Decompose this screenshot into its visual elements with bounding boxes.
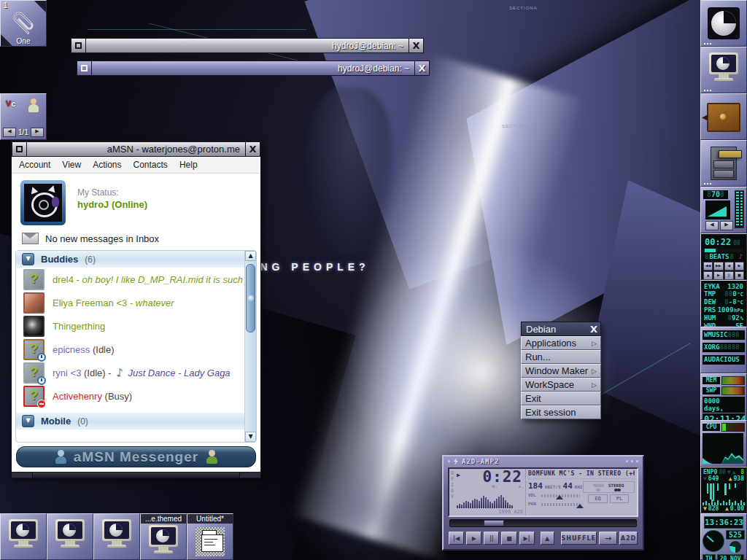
menu-account[interactable]: Account xyxy=(19,160,50,170)
menu-item-exit[interactable]: Exit xyxy=(521,392,601,405)
pause-button[interactable]: || xyxy=(724,271,734,280)
dock-tile-terminal[interactable] xyxy=(700,47,747,93)
next-button[interactable]: ▶| xyxy=(519,532,535,545)
miniwindow-terminal-1[interactable] xyxy=(0,513,47,560)
seek-handle[interactable] xyxy=(484,520,504,526)
mixer-prev-button[interactable]: ◀ xyxy=(705,221,719,230)
menu-contacts[interactable]: Contacts xyxy=(133,160,168,170)
group-header-mobile[interactable]: ▼ Mobile (0) xyxy=(16,413,256,429)
clutterbar[interactable]: OPIDV xyxy=(449,469,455,516)
miniwindow-untitled[interactable]: Untitled* xyxy=(187,513,233,560)
buddy-row-drel4[interactable]: ? drel4 - oh boy! I like D_MP_RAI.mid it… xyxy=(16,268,256,291)
menu-item-run[interactable]: Run... xyxy=(521,350,601,364)
my-avatar[interactable] xyxy=(20,180,66,225)
workspace-clip[interactable]: 1 One xyxy=(0,0,47,47)
buddy-row-epicness[interactable]: ? epicness (Idle) xyxy=(16,338,256,361)
pan-slider[interactable]: PAN xyxy=(528,501,583,508)
close-button[interactable]: X xyxy=(245,141,260,157)
scroll-up-button[interactable]: ▲ xyxy=(245,251,256,261)
dock-tile-net-monitor[interactable]: ENP0 88 ▼▲ 8 ▼649 ▲938 ▼828 xyxy=(700,467,747,513)
dock-tile-drawer[interactable]: ◀ xyxy=(700,93,747,140)
seek-bar[interactable] xyxy=(449,519,637,527)
scrollbar-thumb[interactable] xyxy=(246,264,255,332)
inbox-link[interactable]: No new messages in Inbox xyxy=(12,228,260,250)
previous-button[interactable]: |◀ xyxy=(449,532,464,545)
wallpaper-section-label: SECTIONA xyxy=(509,6,538,10)
repeat-button[interactable]: → xyxy=(599,532,617,545)
buddy-row-thingerthing[interactable]: Thingerthing xyxy=(16,314,256,338)
close-button[interactable]: X xyxy=(409,38,424,53)
status-value[interactable]: hydroJ (Online) xyxy=(77,199,147,210)
monitor-icon xyxy=(707,52,740,82)
menu-view[interactable]: View xyxy=(62,160,81,170)
player-titlebar[interactable]: A2D-AMP2 xyxy=(444,456,643,466)
mixer-next-button[interactable]: ▶ xyxy=(720,221,733,230)
net-interface: ENP0 xyxy=(703,469,717,475)
clip-next-arrow[interactable] xyxy=(34,1,46,12)
dock-tile-sysmon[interactable]: MEM SWP 0000 days, 02:11:24 xyxy=(700,373,747,420)
rewind-button[interactable]: ◀ xyxy=(724,262,734,271)
skin-logo-button[interactable]: A2D xyxy=(619,532,638,545)
scroll-down-button[interactable]: ▼ xyxy=(245,432,256,442)
eject-button[interactable]: ▲ xyxy=(541,532,554,545)
pager-prev-button[interactable]: ◀ xyxy=(3,128,16,137)
window-title: aMSN - waterjones@proton.me xyxy=(107,144,240,155)
person-icon-green xyxy=(206,450,217,464)
miniaturize-button[interactable] xyxy=(77,61,92,76)
menu-item-window-maker[interactable]: Window Maker ▷ xyxy=(521,364,601,378)
dock-tile-weather[interactable]: EYKA1320 TMP880°C DEW8-8°C PRS1009hPa HU… xyxy=(700,280,747,327)
track-progress[interactable] xyxy=(705,249,743,252)
miniwindow-terminal-2[interactable] xyxy=(47,513,93,560)
stop-button[interactable]: ■ xyxy=(735,271,744,280)
note-icon: ♪ xyxy=(739,253,743,260)
collapse-icon[interactable]: ▼ xyxy=(22,415,34,427)
miniaturize-button[interactable] xyxy=(71,38,86,53)
menu-item-applications[interactable]: Applications ▷ xyxy=(521,336,601,350)
play-button[interactable]: ▶ xyxy=(466,532,481,545)
buddy-row-eliya[interactable]: Eliya Freeman <3 - whatever xyxy=(16,291,256,314)
dock-tile-file-cabinet[interactable] xyxy=(700,140,747,187)
dock-tile-clock[interactable]: 13:36:23 525 TH 20 NOV xyxy=(700,513,747,560)
scrollbar[interactable]: ▲ ▼ xyxy=(244,251,256,442)
resize-bar[interactable] xyxy=(12,472,260,478)
shuffle-button[interactable]: SHUFFLE xyxy=(561,532,597,545)
buddy-row-ryni[interactable]: ? ryni <3 (Idle) - ♪ Just Dance - Lady G… xyxy=(16,361,256,384)
volume-wedge[interactable] xyxy=(705,201,730,219)
buddy-row-activehenry[interactable]: ? Activehenry (Busy) xyxy=(16,384,256,408)
group-header-buddies[interactable]: ▼ Buddies (6) xyxy=(16,251,256,268)
miniwindow-themed[interactable]: ...e.themed xyxy=(140,513,187,560)
close-icon[interactable]: X xyxy=(587,324,600,335)
collapse-icon[interactable]: ▼ xyxy=(22,253,34,265)
dock-tile-wmaker[interactable] xyxy=(700,0,747,47)
menu-item-exit-session[interactable]: Exit session xyxy=(521,405,601,419)
dock-tile-mixer[interactable]: 8708 ◀ ▶ xyxy=(700,187,747,233)
miniwindow-terminal-3[interactable] xyxy=(93,513,140,560)
menu-actions[interactable]: Actions xyxy=(93,160,121,170)
menu-title: Debian xyxy=(522,324,587,335)
amsn-banner[interactable]: aMSN Messenger xyxy=(16,446,256,467)
task-entry: AUDACIOUS xyxy=(703,355,745,365)
menu-item-workspace[interactable]: WorkSpace ▷ xyxy=(521,378,601,392)
play-button[interactable]: ▶ xyxy=(713,271,723,280)
playlist-button[interactable]: PL xyxy=(610,494,629,503)
stop-button[interactable]: ■ xyxy=(501,532,516,545)
clip-prev-arrow[interactable] xyxy=(1,34,12,46)
menu-help[interactable]: Help xyxy=(179,160,198,170)
dock-tile-music-player[interactable]: 00:22 08 8 BEATS 8 ♪ ◀◀ ▶▶ ◀ ▶ ▲ ▶ || ■ xyxy=(700,233,747,280)
close-button[interactable]: X xyxy=(414,61,430,76)
dock-tile-cpu-monitor[interactable]: CPU xyxy=(700,420,747,467)
equalizer-button[interactable]: EQ xyxy=(588,494,607,503)
volume-slider[interactable]: VOL xyxy=(528,492,583,499)
skip-start-button[interactable]: ◀◀ xyxy=(703,262,713,271)
pager-dockapp[interactable]: Vc ◀ 1/1 ▶ xyxy=(0,93,47,140)
vu-meter xyxy=(735,190,744,228)
eject-button[interactable]: ▲ xyxy=(703,271,713,280)
forward-button[interactable]: ▶ xyxy=(735,262,744,271)
dock-tile-task-display[interactable]: WMUSIC888 XORG88888 AUDACIOUS xyxy=(700,327,747,373)
miniaturize-button[interactable] xyxy=(12,141,27,157)
skip-end-button[interactable]: ▶▶ xyxy=(713,262,723,271)
pager-next-button[interactable]: ▶ xyxy=(31,128,44,137)
drawer-arrow-icon[interactable]: ◀ xyxy=(702,113,708,121)
pause-button[interactable]: || xyxy=(484,532,499,545)
buddy-name: epicness xyxy=(53,344,90,355)
